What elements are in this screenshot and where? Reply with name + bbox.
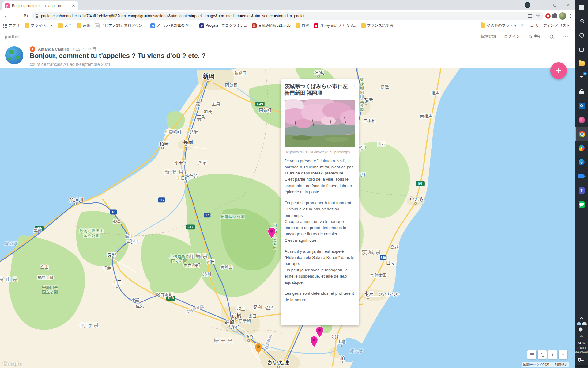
padlet-logo[interactable]: padlet: [5, 34, 19, 39]
city-dot: [318, 75, 319, 77]
map-label: くば: [330, 334, 339, 339]
card-menu-icon[interactable]: ⋮: [352, 82, 356, 88]
bookmark-item[interactable]: プライベート: [25, 23, 53, 28]
ime-indicator[interactable]: A: [580, 334, 583, 338]
map-label: 小千谷: [174, 160, 187, 165]
bookmark-item[interactable]: 大学: [58, 23, 72, 28]
lock-icon[interactable]: [36, 16, 38, 18]
reload-button[interactable]: ↻: [22, 12, 30, 20]
route-shield: E17: [186, 224, 195, 229]
forward-button[interactable]: →: [12, 12, 20, 20]
map-label: 相馬: [431, 91, 439, 95]
bookmark-star-icon[interactable]: ☆: [536, 13, 540, 19]
taskbar-start-icon[interactable]: [575, 0, 588, 14]
zoom-out-button[interactable]: −: [559, 350, 567, 359]
clock-date: 2021/09/13: [575, 350, 588, 354]
profile-avatar[interactable]: [559, 12, 566, 20]
bookmark-item[interactable]: B7F wyrm店 えりな #...: [314, 23, 356, 28]
folder-icon: [296, 23, 300, 28]
browser-menu-icon[interactable]: ⋮: [568, 13, 573, 19]
new-tab-button[interactable]: +: [81, 2, 89, 10]
map-label: 伊達: [381, 85, 389, 89]
taskbar-photos-icon[interactable]: [575, 141, 588, 155]
more-icon[interactable]: ⋯: [563, 33, 568, 39]
address-bar[interactable]: padlet.com/amandacastillo7/4pfk1ebliwrq6…: [32, 12, 544, 20]
cloud-gray-icon: [582, 323, 587, 325]
volume-icon[interactable]: [579, 328, 581, 331]
post-body: Je vous présente "Hukuoka-zeki", le barr…: [285, 158, 355, 303]
help-icon[interactable]: ?: [550, 34, 555, 39]
bookmark-item[interactable]: 通販: [77, 23, 90, 28]
tab-close-icon[interactable]: ✕: [71, 3, 76, 8]
bookmark-item[interactable]: 自習: [296, 23, 309, 28]
post-photo[interactable]: [285, 99, 355, 148]
map-label: 小諸: [131, 297, 139, 302]
bookmark-label: Progate | プログラミン...: [205, 23, 247, 28]
back-button[interactable]: ←: [2, 12, 10, 20]
map-label: さいたま: [267, 359, 291, 366]
map-label: 日光国立公園: [273, 223, 277, 249]
taskbar-outlook-icon[interactable]: O: [575, 99, 588, 113]
apps-icon: [3, 24, 7, 28]
bookmark-label: アプリ: [9, 23, 20, 28]
url-text[interactable]: padlet.com/amandacastillo7/4pfk1ebliwrq6…: [41, 14, 525, 18]
close-button[interactable]: ✕: [562, 0, 575, 10]
bookmark-item[interactable]: 『ピアノ39』無料ダウン...: [95, 23, 145, 28]
extensions-puzzle-icon[interactable]: [552, 14, 557, 18]
titlebar-profile-badge[interactable]: [525, 2, 530, 8]
taskbar-video-icon[interactable]: [575, 169, 588, 183]
map-label: 福島: [364, 97, 374, 102]
city-dot: [415, 202, 417, 204]
author-name[interactable]: Amanda Castillo: [38, 47, 69, 52]
extension-red-icon[interactable]: [545, 13, 551, 19]
show-desktop-button[interactable]: [575, 365, 588, 367]
bookmark-label: フランス語学習: [367, 23, 393, 28]
google-logo[interactable]: Google: [3, 361, 22, 367]
taskbar-clock[interactable]: 14:07 月曜日 2021/09/13: [575, 341, 588, 354]
login-link[interactable]: ログイン: [504, 34, 520, 39]
taskbar-cortana-icon[interactable]: [575, 28, 588, 42]
bookmark-item[interactable]: アプリ: [3, 23, 20, 28]
map-label: 新潟: [203, 73, 214, 79]
onedrive-icons[interactable]: [577, 323, 587, 325]
maximize-button[interactable]: ▢: [548, 0, 562, 10]
taskbar-store-icon[interactable]: [575, 85, 588, 99]
map-label: 燕: [196, 102, 200, 106]
taskbar-line-icon[interactable]: [575, 197, 588, 212]
bookmark-item[interactable]: その他のブックマーク: [481, 23, 524, 28]
map-label: 上田: [112, 280, 122, 285]
map-label: 佐野: [265, 306, 273, 310]
bookmark-item[interactable]: ≡リーディング リスト: [529, 23, 570, 28]
bookmark-item[interactable]: PProgate | プログラミン...: [199, 23, 247, 28]
fullscreen-button[interactable]: [538, 350, 547, 359]
install-icon[interactable]: ↓: [528, 14, 532, 18]
bookmark-item[interactable]: 流★流通情報521.indb: [252, 23, 291, 28]
signup-link[interactable]: 新規登録: [480, 34, 496, 39]
taskbar-task-view-icon[interactable]: [575, 42, 588, 56]
bookmark-label: 自習: [302, 23, 309, 28]
taskbar-teams-icon[interactable]: T: [575, 183, 588, 197]
minimize-button[interactable]: ─: [535, 0, 548, 10]
taskbar-search-icon[interactable]: [575, 14, 588, 28]
browser-tab[interactable]: p Bonjour, comment tu t'appelles ✕: [2, 1, 78, 10]
tray-expand-icon[interactable]: [580, 317, 583, 320]
map-legend-button[interactable]: [527, 350, 536, 359]
post-card[interactable]: 茨城県つくばみらい市仁左衛門新田 福岡堰 ⋮: [281, 79, 359, 325]
taskbar-music-icon[interactable]: ♪: [575, 113, 588, 127]
taskbar-mail-icon[interactable]: 9: [575, 71, 588, 85]
notification-center-icon[interactable]: 5: [579, 357, 584, 361]
taskbar-edge-icon[interactable]: e: [575, 155, 588, 169]
map-label: 十日町: [177, 176, 189, 181]
taskbar-chrome-icon[interactable]: [575, 127, 588, 141]
taskbar-file-explorer-icon[interactable]: [575, 56, 588, 71]
zoom-in-button[interactable]: +: [548, 350, 557, 359]
board-title: Bonjour, comment tu t'appelles ? Tu vien…: [30, 52, 206, 60]
bookmark-item[interactable]: フランス語学習: [361, 23, 393, 28]
share-button[interactable]: 共有: [528, 34, 542, 39]
terms-link[interactable]: 利用規約: [555, 363, 567, 367]
bookmark-item[interactable]: Mメール - KONDO Mih...: [150, 23, 194, 28]
add-post-fab[interactable]: +: [550, 62, 567, 79]
map-label: 飛騨山脈: [37, 275, 53, 280]
city-dot: [185, 145, 187, 147]
map-label: 五泉: [212, 102, 220, 106]
